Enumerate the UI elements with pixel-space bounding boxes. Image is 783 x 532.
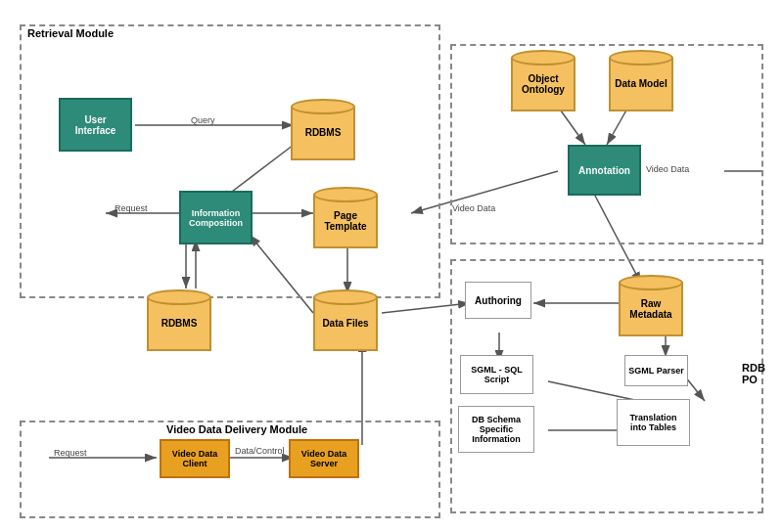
user-interface-box: User Interface <box>59 98 132 152</box>
data-files-cylinder: Data Files <box>311 288 380 352</box>
retrieval-module-border <box>20 24 440 298</box>
video-data1-label: Video Data <box>452 203 495 213</box>
delivery-module-border <box>20 421 440 518</box>
request1-label: Request <box>115 203 148 213</box>
diagram: Retrieval Module Video Data Delivery Mod… <box>0 0 783 532</box>
object-ontology-cylinder: Object Ontology <box>509 49 577 112</box>
retrieval-module-label: Retrieval Module <box>27 27 114 39</box>
request2-label: Request <box>54 448 87 458</box>
data-model-cylinder: Data Model <box>607 49 675 112</box>
authoring-box: Authoring <box>465 282 531 319</box>
video-data2-label: Video Data <box>646 164 689 174</box>
information-composition-box: Information Composition <box>179 191 253 244</box>
annotation-box: Annotation <box>568 145 641 196</box>
sgml-parser-box: SGML Parser <box>624 355 688 386</box>
sgml-sql-box: SGML - SQL Script <box>460 355 533 394</box>
video-data-client-box: Video Data Client <box>160 439 230 478</box>
video-data-server-box: Video Data Server <box>289 439 359 478</box>
rdbms-top-cylinder: RDBMS <box>289 98 357 161</box>
delivery-module-label: Video Data Delivery Module <box>166 423 307 435</box>
raw-metadata-cylinder: Raw Metadata <box>617 274 685 337</box>
data-control-label: Data/Control <box>235 446 285 456</box>
query-label: Query <box>191 115 215 125</box>
rdbms-bottom-cylinder: RDBMS <box>145 288 213 352</box>
rdb-po-label: RDB PO <box>742 362 783 385</box>
db-schema-box: DB Schema Specific Information <box>458 406 534 453</box>
translation-box: Translation into Tables <box>617 399 690 446</box>
page-template-cylinder: Page Template <box>311 186 380 249</box>
